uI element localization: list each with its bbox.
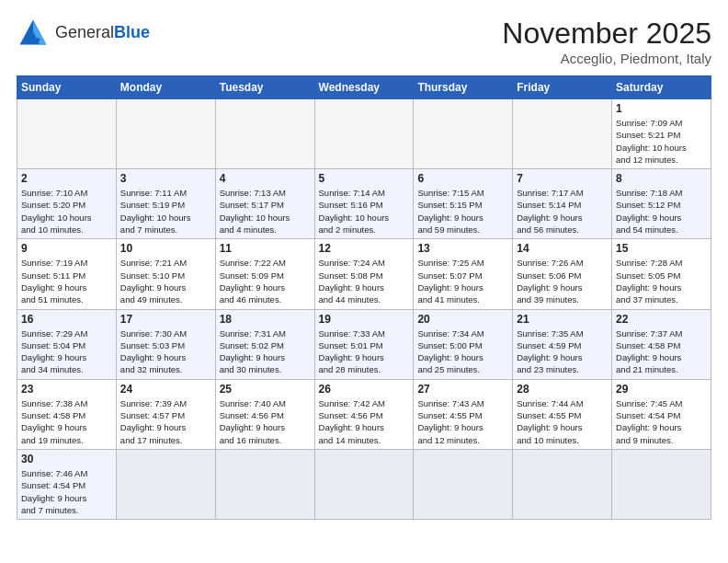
header: GeneralBlue November 2025 Acceglio, Pied… [17,17,711,66]
calendar-cell [513,99,612,169]
day-info: Sunrise: 7:31 AM Sunset: 5:02 PM Dayligh… [220,327,311,376]
svg-rect-2 [25,38,40,41]
day-number: 28 [517,383,608,396]
calendar-cell: 5Sunrise: 7:14 AM Sunset: 5:16 PM Daylig… [314,169,414,239]
week-row-5: 23Sunrise: 7:38 AM Sunset: 4:58 PM Dayli… [17,379,711,449]
calendar-cell: 12Sunrise: 7:24 AM Sunset: 5:08 PM Dayli… [314,239,414,309]
month-title: November 2025 [502,17,711,51]
week-row-3: 9Sunrise: 7:19 AM Sunset: 5:11 PM Daylig… [17,239,711,309]
day-number: 2 [21,172,112,185]
day-number: 1 [616,102,707,115]
day-info: Sunrise: 7:34 AM Sunset: 5:00 PM Dayligh… [417,327,508,376]
day-number: 30 [21,453,112,465]
day-number: 17 [120,313,211,326]
calendar-cell: 21Sunrise: 7:35 AM Sunset: 4:59 PM Dayli… [513,309,612,379]
calendar-cell [215,99,314,169]
day-info: Sunrise: 7:44 AM Sunset: 4:55 PM Dayligh… [517,397,608,446]
day-number: 11 [220,242,311,255]
calendar-cell [612,449,711,519]
calendar: SundayMondayTuesdayWednesdayThursdayFrid… [17,75,711,520]
weekday-header-saturday: Saturday [612,76,711,99]
day-info: Sunrise: 7:39 AM Sunset: 4:57 PM Dayligh… [120,397,211,446]
calendar-cell: 24Sunrise: 7:39 AM Sunset: 4:57 PM Dayli… [116,379,215,449]
day-info: Sunrise: 7:29 AM Sunset: 5:04 PM Dayligh… [21,327,112,376]
day-info: Sunrise: 7:35 AM Sunset: 4:59 PM Dayligh… [517,327,608,376]
calendar-cell [314,99,414,169]
day-info: Sunrise: 7:45 AM Sunset: 4:54 PM Dayligh… [616,397,707,446]
calendar-cell: 23Sunrise: 7:38 AM Sunset: 4:58 PM Dayli… [17,379,117,449]
location: Acceglio, Piedmont, Italy [502,51,711,66]
calendar-cell: 13Sunrise: 7:25 AM Sunset: 5:07 PM Dayli… [414,239,513,309]
day-info: Sunrise: 7:21 AM Sunset: 5:10 PM Dayligh… [120,257,211,305]
calendar-cell [513,449,612,519]
calendar-cell: 18Sunrise: 7:31 AM Sunset: 5:02 PM Dayli… [215,309,314,379]
calendar-cell [314,449,414,519]
page: GeneralBlue November 2025 Acceglio, Pied… [0,0,728,563]
calendar-cell: 26Sunrise: 7:42 AM Sunset: 4:56 PM Dayli… [314,379,414,449]
logo-text: GeneralBlue [55,24,150,42]
day-info: Sunrise: 7:24 AM Sunset: 5:08 PM Dayligh… [319,257,410,305]
day-number: 3 [120,172,211,185]
logo-icon [17,17,50,50]
day-info: Sunrise: 7:11 AM Sunset: 5:19 PM Dayligh… [120,187,211,236]
calendar-cell: 11Sunrise: 7:22 AM Sunset: 5:09 PM Dayli… [215,239,314,309]
calendar-cell [414,99,513,169]
day-number: 13 [417,242,508,255]
day-info: Sunrise: 7:33 AM Sunset: 5:01 PM Dayligh… [319,327,410,376]
week-row-4: 16Sunrise: 7:29 AM Sunset: 5:04 PM Dayli… [17,309,711,379]
calendar-cell: 14Sunrise: 7:26 AM Sunset: 5:06 PM Dayli… [513,239,612,309]
calendar-cell: 15Sunrise: 7:28 AM Sunset: 5:05 PM Dayli… [612,239,711,309]
day-number: 6 [417,172,508,185]
day-info: Sunrise: 7:14 AM Sunset: 5:16 PM Dayligh… [319,187,410,236]
day-number: 16 [21,313,112,326]
day-info: Sunrise: 7:42 AM Sunset: 4:56 PM Dayligh… [319,397,410,446]
day-info: Sunrise: 7:13 AM Sunset: 5:17 PM Dayligh… [220,187,311,236]
calendar-cell: 1Sunrise: 7:09 AM Sunset: 5:21 PM Daylig… [612,99,711,169]
calendar-cell: 10Sunrise: 7:21 AM Sunset: 5:10 PM Dayli… [116,239,215,309]
weekday-header-sunday: Sunday [17,76,117,99]
weekday-header-tuesday: Tuesday [215,76,314,99]
logo-general: General [55,23,114,41]
calendar-cell: 3Sunrise: 7:11 AM Sunset: 5:19 PM Daylig… [116,169,215,239]
day-number: 18 [220,313,311,326]
day-number: 4 [220,172,311,185]
day-number: 15 [616,242,707,255]
weekday-header-row: SundayMondayTuesdayWednesdayThursdayFrid… [17,76,711,99]
day-info: Sunrise: 7:10 AM Sunset: 5:20 PM Dayligh… [21,187,112,236]
day-number: 19 [319,313,410,326]
day-info: Sunrise: 7:46 AM Sunset: 4:54 PM Dayligh… [21,467,112,516]
week-row-1: 1Sunrise: 7:09 AM Sunset: 5:21 PM Daylig… [17,99,711,169]
day-info: Sunrise: 7:15 AM Sunset: 5:15 PM Dayligh… [417,187,508,236]
day-info: Sunrise: 7:43 AM Sunset: 4:55 PM Dayligh… [417,397,508,446]
weekday-header-friday: Friday [513,76,612,99]
weekday-header-wednesday: Wednesday [314,76,414,99]
day-number: 7 [517,172,608,185]
calendar-cell: 19Sunrise: 7:33 AM Sunset: 5:01 PM Dayli… [314,309,414,379]
day-info: Sunrise: 7:38 AM Sunset: 4:58 PM Dayligh… [21,397,112,446]
day-number: 8 [616,172,707,185]
calendar-cell: 16Sunrise: 7:29 AM Sunset: 5:04 PM Dayli… [17,309,117,379]
day-info: Sunrise: 7:26 AM Sunset: 5:06 PM Dayligh… [517,257,608,305]
calendar-cell: 20Sunrise: 7:34 AM Sunset: 5:00 PM Dayli… [414,309,513,379]
day-number: 21 [517,313,608,326]
day-number: 9 [21,242,112,255]
weekday-header-monday: Monday [116,76,215,99]
logo: GeneralBlue [17,17,150,50]
calendar-cell [215,449,314,519]
calendar-cell: 9Sunrise: 7:19 AM Sunset: 5:11 PM Daylig… [17,239,117,309]
calendar-cell: 8Sunrise: 7:18 AM Sunset: 5:12 PM Daylig… [612,169,711,239]
day-info: Sunrise: 7:28 AM Sunset: 5:05 PM Dayligh… [616,257,707,305]
day-number: 27 [417,383,508,396]
day-number: 20 [417,313,508,326]
calendar-cell: 27Sunrise: 7:43 AM Sunset: 4:55 PM Dayli… [414,379,513,449]
calendar-cell [116,99,215,169]
logo-blue: Blue [114,23,150,41]
day-number: 5 [319,172,410,185]
calendar-cell [17,99,117,169]
calendar-cell: 17Sunrise: 7:30 AM Sunset: 5:03 PM Dayli… [116,309,215,379]
day-number: 24 [120,383,211,396]
calendar-cell [116,449,215,519]
calendar-cell: 2Sunrise: 7:10 AM Sunset: 5:20 PM Daylig… [17,169,117,239]
calendar-cell: 25Sunrise: 7:40 AM Sunset: 4:56 PM Dayli… [215,379,314,449]
title-block: November 2025 Acceglio, Piedmont, Italy [502,17,711,66]
